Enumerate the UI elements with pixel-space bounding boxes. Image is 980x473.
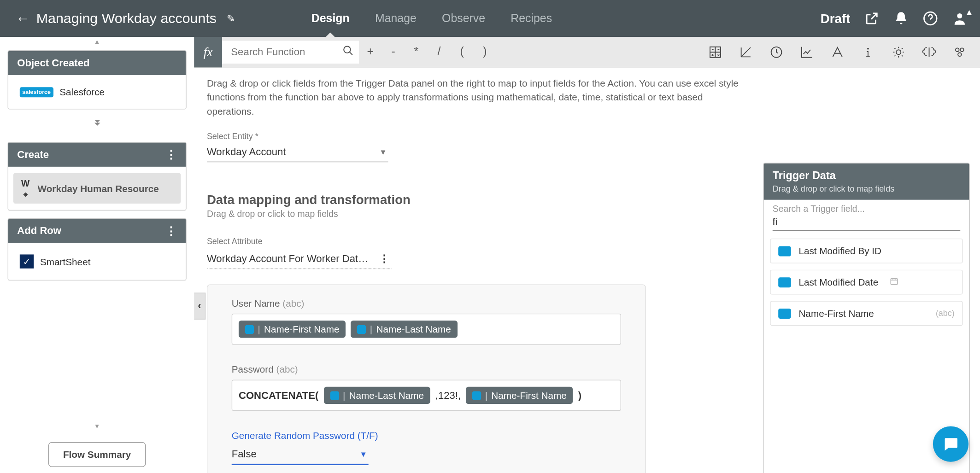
- page-title: Managing Workday accounts: [36, 10, 217, 27]
- salesforce-icon: [245, 325, 254, 333]
- salesforce-icon: [330, 391, 339, 400]
- fn-close: ): [578, 390, 581, 401]
- info-icon[interactable]: [860, 44, 875, 59]
- chip-last-name[interactable]: |Name-Last Name: [324, 387, 430, 404]
- card-menu-icon[interactable]: ⋮: [165, 225, 177, 237]
- scroll-down-icon[interactable]: ▼: [0, 421, 194, 431]
- geometry-icon[interactable]: [738, 44, 753, 59]
- collapse-sidebar-icon[interactable]: ‹: [194, 292, 205, 319]
- attr-menu-icon[interactable]: ⋮: [379, 253, 390, 265]
- chip-last-name[interactable]: |Name-Last Name: [351, 321, 457, 338]
- back-arrow-icon[interactable]: ←: [16, 10, 30, 27]
- chart-icon[interactable]: [799, 44, 815, 59]
- salesforce-icon: [472, 391, 481, 400]
- attr-value: Workday Account For Worker Dat…: [207, 253, 368, 264]
- idea-icon[interactable]: [891, 44, 906, 59]
- card-object-created: Object Created salesforce Salesforce: [8, 50, 187, 109]
- top-navbar: ← Managing Workday accounts ✎ Design Man…: [0, 0, 980, 37]
- salesforce-icon: [778, 246, 791, 256]
- node-workday[interactable]: W☀ Workday Human Resource: [13, 173, 181, 204]
- entity-select[interactable]: Workday Account ▼: [207, 144, 388, 162]
- external-link-icon[interactable]: [864, 11, 880, 26]
- card-title: Object Created: [17, 57, 89, 69]
- gen-pwd-value: False: [232, 449, 257, 460]
- tab-observe[interactable]: Observe: [442, 0, 485, 37]
- workday-icon: W☀: [20, 178, 31, 199]
- op-divide[interactable]: /: [428, 45, 451, 58]
- chevron-down-icon: ▼: [360, 450, 367, 459]
- nav-tabs: Design Manage Observe Recipes: [311, 0, 552, 37]
- search-icon[interactable]: [342, 45, 354, 59]
- node-smartsheet[interactable]: ✓ SmartSheet: [13, 249, 181, 273]
- scroll-up-icon[interactable]: ▲: [0, 37, 194, 47]
- op-minus[interactable]: -: [382, 45, 405, 58]
- edit-title-icon[interactable]: ✎: [227, 12, 235, 24]
- gen-pwd-select[interactable]: False ▼: [232, 446, 369, 465]
- help-text: Drag & drop or click fields from the Tri…: [194, 67, 763, 123]
- salesforce-icon: [778, 277, 791, 287]
- card-title: Add Row: [17, 225, 61, 237]
- user-alert-icon: ▲: [965, 7, 974, 17]
- text-icon[interactable]: [830, 44, 845, 59]
- svg-point-8: [960, 48, 964, 52]
- chat-fab[interactable]: [933, 426, 968, 461]
- gen-pwd-label: Generate Random Password (T/F): [232, 430, 621, 441]
- attr-label: Select Attribute: [207, 237, 751, 246]
- op-multiply[interactable]: *: [405, 45, 428, 58]
- trigger-field-label: Name-First Name: [798, 308, 874, 319]
- card-title: Create: [17, 149, 49, 160]
- entity-value: Workday Account: [207, 146, 286, 158]
- trigger-data-panel: Trigger Data Drag & drop or click to map…: [763, 163, 970, 473]
- center-panel: fx + - * / ( ): [194, 37, 980, 473]
- help-icon[interactable]: [923, 11, 938, 26]
- mapping-box: User Name (abc) |Name-First Name |Name-L…: [207, 285, 646, 473]
- card-add-row: Add Row ⋮ ✓ SmartSheet: [8, 218, 187, 280]
- user-icon[interactable]: ▲: [952, 11, 967, 26]
- node-salesforce[interactable]: salesforce Salesforce: [13, 82, 181, 103]
- trigger-field-label: Last Modified Date: [798, 277, 878, 287]
- tab-manage[interactable]: Manage: [375, 0, 417, 37]
- fx-icon[interactable]: fx: [194, 36, 222, 67]
- trigger-search-input[interactable]: [773, 214, 960, 231]
- bell-icon[interactable]: [893, 11, 909, 26]
- tab-recipes[interactable]: Recipes: [511, 0, 552, 37]
- svg-point-9: [958, 53, 962, 56]
- svg-point-7: [956, 48, 959, 52]
- fn-open: CONCATENATE(: [239, 390, 319, 401]
- settings-icon[interactable]: [952, 44, 967, 59]
- password-input[interactable]: CONCATENATE( |Name-Last Name ,123!, |Nam…: [232, 380, 621, 411]
- attr-select[interactable]: Workday Account For Worker Dat… ⋮: [207, 250, 392, 269]
- status-label: Draft: [821, 11, 850, 26]
- trigger-field-type: (abc): [936, 309, 955, 318]
- username-label: User Name (abc): [232, 298, 621, 309]
- math-icon[interactable]: [708, 44, 723, 59]
- chip-first-name[interactable]: |Name-First Name: [466, 387, 573, 404]
- password-label: Password (abc): [232, 364, 621, 374]
- flow-summary-button[interactable]: Flow Summary: [48, 442, 146, 467]
- function-search: [222, 41, 359, 64]
- trigger-field-item[interactable]: Last Modified By ID: [770, 239, 963, 263]
- chip-first-name[interactable]: |Name-First Name: [239, 321, 346, 338]
- trigger-field-item[interactable]: Last Modified Date: [770, 270, 963, 295]
- salesforce-icon: [357, 325, 366, 333]
- trigger-panel-subtitle: Drag & drop or click to map fields: [773, 184, 960, 193]
- op-plus[interactable]: +: [359, 45, 382, 58]
- username-input[interactable]: |Name-First Name |Name-Last Name: [232, 314, 621, 345]
- flow-connector-icon: [0, 117, 194, 132]
- clock-icon[interactable]: [769, 44, 784, 59]
- node-label: SmartSheet: [40, 256, 90, 267]
- salesforce-icon: salesforce: [20, 87, 53, 97]
- svg-point-5: [867, 47, 869, 49]
- trigger-field-item[interactable]: Name-First Name (abc): [770, 301, 963, 326]
- smartsheet-icon: ✓: [20, 254, 34, 268]
- left-sidebar: ▲ Object Created salesforce Salesforce C…: [0, 37, 194, 473]
- card-menu-icon[interactable]: ⋮: [165, 149, 177, 160]
- function-search-input[interactable]: [222, 41, 359, 64]
- op-paren-open[interactable]: (: [451, 45, 474, 58]
- svg-point-2: [344, 46, 351, 53]
- svg-rect-10: [891, 279, 898, 285]
- tab-design[interactable]: Design: [311, 0, 350, 37]
- brain-icon[interactable]: [921, 44, 937, 59]
- op-paren-close[interactable]: ): [474, 45, 497, 58]
- mapping-subtitle: Drag & drop or click to map fields: [207, 209, 751, 219]
